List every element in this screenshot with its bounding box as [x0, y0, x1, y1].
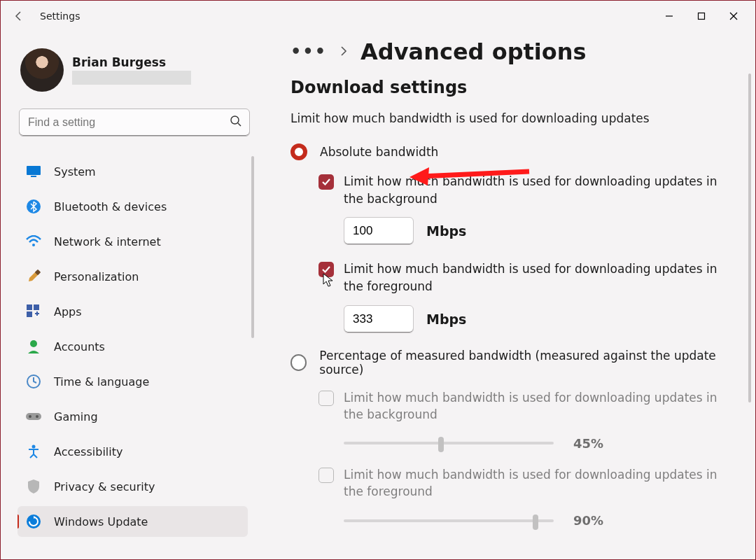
checkbox-label: Limit how much bandwidth is used for dow…: [344, 466, 722, 500]
sidebar-item-bluetooth[interactable]: Bluetooth & devices: [18, 191, 248, 222]
sidebar-item-apps[interactable]: Apps: [18, 296, 248, 327]
page-title: Advanced options: [360, 38, 587, 65]
checkbox-label: Limit how much bandwidth is used for dow…: [344, 260, 722, 295]
radio-unselected-icon: [290, 354, 307, 371]
shield-icon: [26, 479, 41, 494]
radio-label: Percentage of measured bandwidth (measur…: [319, 349, 750, 377]
checkbox-unchecked-icon: [318, 391, 334, 406]
svg-rect-1: [699, 13, 705, 20]
svg-line-21: [421, 172, 529, 176]
person-icon: [26, 339, 41, 354]
apps-icon: [26, 304, 41, 319]
app-title: Settings: [40, 10, 80, 22]
user-info[interactable]: Brian Burgess: [18, 48, 254, 92]
sidebar-item-gaming[interactable]: Gaming: [18, 401, 248, 432]
slider-foreground-pct: 90%: [344, 513, 750, 528]
nav: System Bluetooth & devices Network & int…: [18, 156, 254, 559]
sidebar: Brian Burgess System Bluetooth & devices: [1, 31, 267, 559]
chevron-right-icon: [340, 46, 348, 59]
monitor-icon: [26, 164, 41, 179]
svg-rect-10: [34, 304, 39, 310]
close-button[interactable]: [718, 4, 750, 28]
titlebar: Settings: [1, 1, 755, 31]
svg-point-7: [32, 244, 35, 246]
search-input[interactable]: [27, 115, 230, 130]
slider-value: 45%: [573, 436, 603, 451]
wifi-icon: [26, 234, 41, 249]
sidebar-item-label: Privacy & security: [54, 480, 155, 493]
maximize-button[interactable]: [685, 4, 718, 28]
slider-background-pct: 45%: [344, 436, 750, 451]
sidebar-item-windows-update[interactable]: Windows Update: [18, 506, 248, 537]
section-heading: Download settings: [290, 78, 750, 97]
accessibility-icon: [26, 444, 41, 459]
search-box[interactable]: [19, 108, 250, 136]
svg-rect-4: [27, 166, 41, 175]
checkbox-unchecked-icon: [318, 468, 334, 483]
main-content: ••• Advanced options Download settings L…: [267, 31, 755, 559]
sidebar-item-label: Network & internet: [54, 235, 161, 248]
svg-point-19: [32, 445, 36, 449]
sidebar-item-label: Gaming: [54, 410, 98, 424]
svg-rect-5: [31, 176, 36, 177]
gamepad-icon: [26, 409, 41, 424]
background-bandwidth-input[interactable]: [344, 217, 414, 245]
clock-globe-icon: [26, 374, 41, 389]
svg-rect-9: [27, 304, 32, 310]
svg-point-14: [30, 340, 37, 347]
annotation-arrow: [407, 160, 533, 188]
checkbox-checked-icon: [318, 262, 334, 277]
sidebar-item-privacy[interactable]: Privacy & security: [18, 471, 248, 502]
checkbox-label: Limit how much bandwidth is used for dow…: [344, 173, 722, 207]
svg-marker-22: [410, 167, 429, 186]
svg-rect-13: [36, 312, 38, 316]
checkbox-limit-foreground-pct: Limit how much bandwidth is used for dow…: [318, 466, 750, 500]
search-icon: [230, 115, 242, 130]
svg-point-18: [36, 415, 38, 418]
checkbox-limit-background-pct: Limit how much bandwidth is used for dow…: [318, 389, 750, 424]
minimize-button[interactable]: [653, 4, 685, 28]
sidebar-item-personalization[interactable]: Personalization: [18, 261, 248, 292]
section-description: Limit how much bandwidth is used for dow…: [290, 111, 750, 125]
paintbrush-icon: [26, 269, 41, 284]
svg-point-2: [231, 116, 239, 124]
sidebar-item-label: Accounts: [54, 340, 105, 354]
sidebar-item-label: Time & language: [54, 375, 149, 388]
user-email-placeholder: [72, 71, 191, 85]
radio-percentage-bandwidth[interactable]: Percentage of measured bandwidth (measur…: [290, 349, 750, 377]
checkbox-label: Limit how much bandwidth is used for dow…: [344, 389, 722, 424]
sidebar-item-label: Bluetooth & devices: [54, 200, 167, 214]
sidebar-item-accessibility[interactable]: Accessibility: [18, 436, 248, 467]
avatar: [20, 48, 64, 92]
window-controls: [653, 4, 750, 28]
radio-label: Absolute bandwidth: [320, 145, 438, 159]
sidebar-item-label: Personalization: [54, 270, 139, 284]
unit-label: Mbps: [426, 223, 466, 239]
breadcrumb-ellipsis[interactable]: •••: [290, 42, 327, 62]
checkbox-checked-icon: [318, 174, 334, 190]
foreground-bandwidth-input[interactable]: [344, 305, 414, 333]
radio-selected-icon: [290, 144, 307, 160]
sidebar-item-accounts[interactable]: Accounts: [18, 331, 248, 362]
svg-line-3: [238, 123, 241, 126]
back-button[interactable]: [6, 4, 31, 29]
bluetooth-icon: [26, 199, 41, 214]
sidebar-item-time-language[interactable]: Time & language: [18, 366, 248, 397]
sidebar-item-network[interactable]: Network & internet: [18, 226, 248, 257]
checkbox-limit-background[interactable]: Limit how much bandwidth is used for dow…: [318, 173, 750, 207]
svg-rect-16: [26, 413, 41, 420]
breadcrumb: ••• Advanced options: [290, 38, 750, 65]
update-icon: [26, 514, 41, 529]
svg-rect-11: [27, 312, 32, 317]
sidebar-item-label: Apps: [54, 305, 82, 318]
sidebar-item-label: System: [54, 165, 96, 178]
slider-value: 90%: [573, 513, 603, 528]
sidebar-item-label: Accessibility: [54, 445, 122, 458]
sidebar-item-label: Windows Update: [54, 515, 148, 528]
user-name: Brian Burgess: [72, 55, 191, 69]
unit-label: Mbps: [426, 312, 466, 327]
checkbox-limit-foreground[interactable]: Limit how much bandwidth is used for dow…: [318, 260, 750, 295]
radio-absolute-bandwidth[interactable]: Absolute bandwidth: [290, 144, 750, 160]
sidebar-item-system[interactable]: System: [18, 156, 248, 187]
svg-point-17: [29, 415, 31, 418]
